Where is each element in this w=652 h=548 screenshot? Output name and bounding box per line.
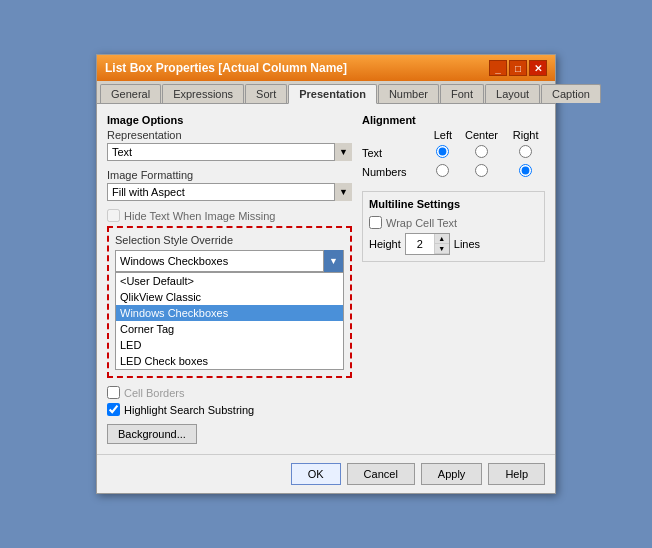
tab-number[interactable]: Number — [378, 84, 439, 103]
highlight-search-label: Highlight Search Substring — [124, 404, 254, 416]
wrap-cell-checkbox[interactable] — [369, 216, 382, 229]
cancel-button[interactable]: Cancel — [347, 463, 415, 485]
text-right-radio[interactable] — [519, 145, 532, 158]
selection-override-section: Selection Style Override Windows Checkbo… — [107, 226, 352, 378]
wrap-cell-row: Wrap Cell Text — [369, 216, 538, 229]
alignment-table: Left Center Right Text Nu — [362, 129, 545, 181]
dropdown-item-corner-tag[interactable]: Corner Tag — [116, 321, 343, 337]
left-panel: Image Options Representation Text ▼ Imag… — [107, 114, 352, 444]
image-formatting-label: Image Formatting — [107, 169, 352, 181]
hide-text-checkbox[interactable] — [107, 209, 120, 222]
dropdown-selected-display[interactable]: Windows Checkboxes ▼ — [115, 250, 344, 272]
height-input[interactable] — [406, 234, 434, 254]
cell-borders-checkbox[interactable] — [107, 386, 120, 399]
background-button[interactable]: Background... — [107, 424, 197, 444]
multiline-section: Multiline Settings Wrap Cell Text Height… — [362, 191, 545, 262]
tab-layout[interactable]: Layout — [485, 84, 540, 103]
title-bar: List Box Properties [Actual Column Name]… — [97, 55, 555, 81]
tab-general[interactable]: General — [100, 84, 161, 103]
selection-style-dropdown-container: Windows Checkboxes ▼ <User Default> Qlik… — [115, 250, 344, 370]
wrap-cell-label: Wrap Cell Text — [386, 217, 457, 229]
num-center-radio[interactable] — [475, 164, 488, 177]
height-spinner: ▲ ▼ — [405, 233, 450, 255]
dropdown-item-windows-checkboxes[interactable]: Windows Checkboxes — [116, 305, 343, 321]
apply-button[interactable]: Apply — [421, 463, 483, 485]
selection-style-label: Selection Style Override — [115, 234, 344, 246]
align-col-right: Right — [506, 129, 545, 143]
tab-caption[interactable]: Caption — [541, 84, 601, 103]
main-content: Image Options Representation Text ▼ Imag… — [97, 104, 555, 454]
tab-bar: General Expressions Sort Presentation Nu… — [97, 81, 555, 104]
tab-expressions[interactable]: Expressions — [162, 84, 244, 103]
dialog-title: List Box Properties [Actual Column Name] — [105, 61, 347, 75]
cell-borders-row: Cell Borders — [107, 386, 352, 399]
highlight-search-row: Highlight Search Substring — [107, 403, 352, 416]
close-button[interactable]: ✕ — [529, 60, 547, 76]
text-left-radio[interactable] — [436, 145, 449, 158]
height-label: Height — [369, 238, 401, 250]
title-bar-buttons: _ □ ✕ — [489, 60, 547, 76]
right-panel: Alignment Left Center Right Text — [362, 114, 545, 444]
maximize-button[interactable]: □ — [509, 60, 527, 76]
align-text-row: Text — [362, 143, 545, 162]
dialog-window: List Box Properties [Actual Column Name]… — [96, 54, 556, 494]
dropdown-item-qlikview-classic[interactable]: QlikView Classic — [116, 289, 343, 305]
align-numbers-row: Numbers — [362, 162, 545, 181]
align-col-left: Left — [429, 129, 457, 143]
height-increment-button[interactable]: ▲ — [435, 234, 449, 244]
dropdown-list: <User Default> QlikView Classic Windows … — [115, 272, 344, 370]
multiline-title: Multiline Settings — [369, 198, 538, 210]
representation-dropdown-wrapper: Text ▼ — [107, 143, 352, 161]
dropdown-item-led[interactable]: LED — [116, 337, 343, 353]
dropdown-item-led-checkboxes[interactable]: LED Check boxes — [116, 353, 343, 369]
num-left-radio[interactable] — [436, 164, 449, 177]
height-spinner-buttons: ▲ ▼ — [434, 234, 449, 254]
num-right-radio[interactable] — [519, 164, 532, 177]
minimize-button[interactable]: _ — [489, 60, 507, 76]
align-col-center: Center — [457, 129, 507, 143]
align-numbers-label: Numbers — [362, 162, 429, 181]
help-button[interactable]: Help — [488, 463, 545, 485]
alignment-section: Alignment Left Center Right Text — [362, 114, 545, 181]
dropdown-item-user-default[interactable]: <User Default> — [116, 273, 343, 289]
formatting-select[interactable]: Fill with Aspect — [107, 183, 352, 201]
cell-borders-label: Cell Borders — [124, 387, 185, 399]
hide-text-row: Hide Text When Image Missing — [107, 209, 352, 222]
height-decrement-button[interactable]: ▼ — [435, 244, 449, 254]
lines-label: Lines — [454, 238, 480, 250]
tab-presentation[interactable]: Presentation — [288, 84, 377, 104]
dialog-footer: OK Cancel Apply Help — [97, 454, 555, 493]
representation-label: Representation — [107, 129, 352, 141]
multiline-inner: Wrap Cell Text Height ▲ ▼ Lines — [369, 216, 538, 255]
hide-text-label: Hide Text When Image Missing — [124, 210, 275, 222]
dropdown-selected-text: Windows Checkboxes — [116, 255, 323, 267]
align-text-label: Text — [362, 143, 429, 162]
dropdown-toggle-button[interactable]: ▼ — [323, 250, 343, 272]
tab-font[interactable]: Font — [440, 84, 484, 103]
ok-button[interactable]: OK — [291, 463, 341, 485]
tab-sort[interactable]: Sort — [245, 84, 287, 103]
highlight-search-checkbox[interactable] — [107, 403, 120, 416]
representation-select[interactable]: Text — [107, 143, 352, 161]
image-options-label: Image Options — [107, 114, 352, 126]
text-center-radio[interactable] — [475, 145, 488, 158]
alignment-label: Alignment — [362, 114, 545, 126]
height-row: Height ▲ ▼ Lines — [369, 233, 538, 255]
formatting-dropdown-wrapper: Fill with Aspect ▼ — [107, 183, 352, 201]
